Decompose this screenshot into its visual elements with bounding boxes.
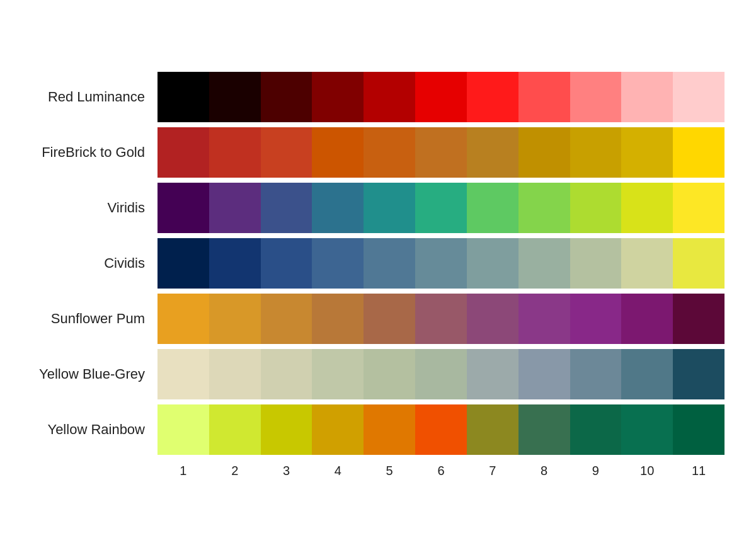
swatch-4-7	[518, 294, 570, 344]
swatch-1-6	[467, 127, 518, 178]
swatch-1-1	[209, 127, 261, 178]
swatch-3-1	[209, 238, 261, 289]
palette-swatches-2	[158, 183, 724, 233]
palette-row-3: Cividis	[32, 238, 724, 289]
swatch-0-10	[673, 72, 724, 122]
swatch-2-8	[570, 183, 622, 233]
palette-label-1: FireBrick to Gold	[32, 144, 158, 161]
swatch-2-7	[518, 183, 570, 233]
palette-label-0: Red Luminance	[32, 89, 158, 105]
swatch-0-5	[415, 72, 467, 122]
palette-label-4: Sunflower Pum	[32, 311, 158, 327]
swatch-2-4	[364, 183, 415, 233]
swatch-0-1	[209, 72, 261, 122]
swatch-6-3	[312, 404, 364, 455]
swatch-2-1	[209, 183, 261, 233]
swatch-4-4	[364, 294, 415, 344]
swatch-5-6	[467, 349, 518, 399]
palette-row-5: Yellow Blue-Grey	[32, 349, 724, 399]
palette-swatches-3	[158, 238, 724, 289]
swatch-4-3	[312, 294, 364, 344]
swatch-2-6	[467, 183, 518, 233]
swatch-6-4	[364, 404, 415, 455]
swatch-6-6	[467, 404, 518, 455]
palette-swatches-1	[158, 127, 724, 178]
swatch-1-0	[158, 127, 209, 178]
swatch-4-9	[621, 294, 673, 344]
swatch-5-8	[570, 349, 622, 399]
swatch-2-5	[415, 183, 467, 233]
swatch-3-4	[364, 238, 415, 289]
palette-label-3: Cividis	[32, 255, 158, 272]
swatch-2-0	[158, 183, 209, 233]
palette-row-1: FireBrick to Gold	[32, 127, 724, 178]
palette-label-2: Viridis	[32, 200, 158, 216]
swatch-6-5	[415, 404, 467, 455]
swatch-0-0	[158, 72, 209, 122]
axis-label-10: 11	[673, 464, 724, 478]
swatch-2-9	[621, 183, 673, 233]
axis-label-6: 7	[467, 464, 518, 478]
swatch-5-9	[621, 349, 673, 399]
swatch-5-10	[673, 349, 724, 399]
axis-label-2: 3	[261, 464, 312, 478]
axis-label-5: 6	[415, 464, 467, 478]
swatch-5-1	[209, 349, 261, 399]
swatch-2-10	[673, 183, 724, 233]
palette-swatches-5	[158, 349, 724, 399]
swatch-5-0	[158, 349, 209, 399]
swatch-6-1	[209, 404, 261, 455]
axis-label-7: 8	[518, 464, 570, 478]
swatch-3-0	[158, 238, 209, 289]
swatch-3-5	[415, 238, 467, 289]
swatch-6-10	[673, 404, 724, 455]
axis-label-8: 9	[570, 464, 622, 478]
swatch-4-10	[673, 294, 724, 344]
palette-label-6: Yellow Rainbow	[32, 421, 158, 438]
swatch-2-2	[261, 183, 312, 233]
swatch-5-4	[364, 349, 415, 399]
palette-label-5: Yellow Blue-Grey	[32, 366, 158, 382]
swatch-0-4	[364, 72, 415, 122]
swatch-5-2	[261, 349, 312, 399]
swatch-0-6	[467, 72, 518, 122]
swatch-4-6	[467, 294, 518, 344]
swatch-4-0	[158, 294, 209, 344]
palette-swatches-6	[158, 404, 724, 455]
swatch-5-7	[518, 349, 570, 399]
swatch-0-3	[312, 72, 364, 122]
swatch-3-2	[261, 238, 312, 289]
swatch-6-8	[570, 404, 622, 455]
swatch-0-9	[621, 72, 673, 122]
palette-row-6: Yellow Rainbow	[32, 404, 724, 455]
swatch-4-5	[415, 294, 467, 344]
palette-row-2: Viridis	[32, 183, 724, 233]
palette-row-0: Red Luminance	[32, 72, 724, 122]
swatch-6-9	[621, 404, 673, 455]
swatch-0-7	[518, 72, 570, 122]
swatch-3-10	[673, 238, 724, 289]
swatch-3-3	[312, 238, 364, 289]
swatch-1-2	[261, 127, 312, 178]
swatch-1-7	[518, 127, 570, 178]
swatch-6-7	[518, 404, 570, 455]
swatch-1-3	[312, 127, 364, 178]
chart-container: Red LuminanceFireBrick to GoldViridisCiv…	[32, 72, 724, 478]
swatch-2-3	[312, 183, 364, 233]
swatch-3-7	[518, 238, 570, 289]
axis-row: 1234567891011	[32, 464, 724, 478]
swatch-0-8	[570, 72, 622, 122]
axis-label-0: 1	[158, 464, 209, 478]
swatch-6-2	[261, 404, 312, 455]
swatch-4-8	[570, 294, 622, 344]
swatch-6-0	[158, 404, 209, 455]
swatch-1-9	[621, 127, 673, 178]
swatch-3-6	[467, 238, 518, 289]
swatch-0-2	[261, 72, 312, 122]
palette-swatches-4	[158, 294, 724, 344]
swatch-1-8	[570, 127, 622, 178]
axis-labels: 1234567891011	[158, 464, 724, 478]
axis-label-9: 10	[621, 464, 673, 478]
palette-swatches-0	[158, 72, 724, 122]
swatch-5-5	[415, 349, 467, 399]
